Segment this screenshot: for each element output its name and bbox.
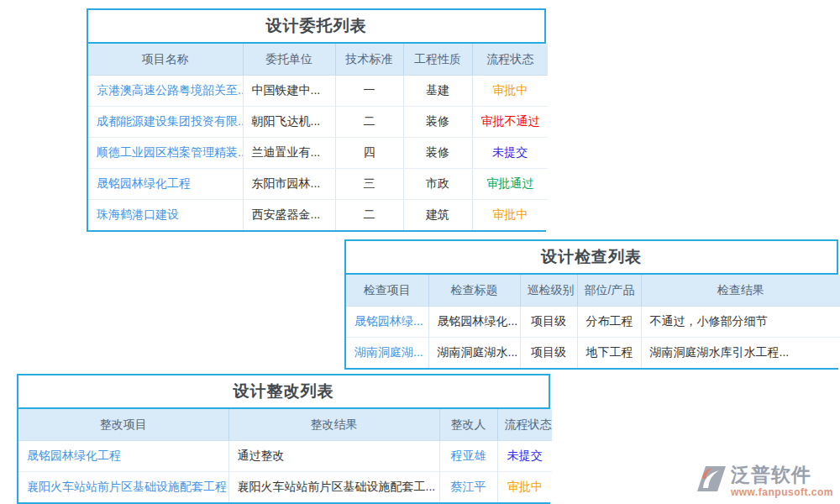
rectification-col-result: 整改结果 (228, 409, 439, 441)
rectification-table: 整改项目 整改结果 整改人 流程状态 晟铭园林绿化工程 通过整改 程亚雄 未提交… (18, 409, 552, 502)
commission-col-project: 项目名称 (88, 44, 243, 76)
level-cell: 项目级 (520, 307, 577, 338)
inspection-col-title: 检查标题 (428, 275, 520, 307)
nature-cell: 装修 (403, 107, 472, 138)
unit-cell: 兰迪置业有... (243, 138, 335, 169)
unit-cell: 西安盛器金... (243, 200, 335, 231)
table-row[interactable]: 湖南洞庭湖... 湖南洞庭湖水... 项目级 地下工程 湖南洞庭湖水库引水工程.… (346, 338, 840, 369)
nature-cell: 基建 (403, 76, 472, 107)
inspection-col-part: 部位/产品 (577, 275, 641, 307)
status-badge: 审批中 (507, 480, 543, 493)
table-row[interactable]: 顺德工业园区档案管理精装... 兰迪置业有... 四 装修 未提交 (88, 138, 548, 169)
unit-cell: 东阳市园林... (243, 169, 335, 200)
result-cell: 不通过，小修部分细节 (641, 307, 840, 338)
status-badge: 审批中 (492, 207, 528, 221)
level-cell: 项目级 (520, 338, 577, 369)
fanpu-logo-icon (696, 465, 727, 493)
person-link[interactable]: 程亚雄 (451, 449, 486, 462)
standard-cell: 二 (335, 107, 403, 138)
table-row[interactable]: 京港澳高速公路粤境韶关至... 中国铁建中... 一 基建 审批中 (88, 76, 548, 107)
unit-cell: 中国铁建中... (243, 76, 335, 107)
part-cell: 地下工程 (577, 338, 641, 369)
rectification-col-status: 流程状态 (497, 409, 552, 441)
project-link[interactable]: 京港澳高速公路粤境韶关至... (97, 83, 243, 97)
unit-cell: 朝阳飞达机... (243, 107, 335, 138)
commission-col-standard: 技术标准 (335, 44, 403, 76)
standard-cell: 四 (335, 138, 403, 169)
design-rectification-panel: 设计整改列表 整改项目 整改结果 整改人 流程状态 晟铭园林绿化工程 通过整改 … (17, 374, 550, 504)
result-cell: 通过整改 (228, 441, 439, 472)
result-cell: 湖南洞庭湖水库引水工程... (641, 338, 840, 369)
commission-col-unit: 委托单位 (243, 44, 335, 76)
project-link[interactable]: 晟铭园林绿... (354, 314, 423, 328)
check-title-cell: 湖南洞庭湖水... (428, 338, 520, 369)
rectification-col-person: 整改人 (439, 409, 497, 441)
commission-col-status: 流程状态 (472, 44, 548, 76)
table-row[interactable]: 晟铭园林绿化工程 通过整改 程亚雄 未提交 (18, 441, 552, 472)
nature-cell: 装修 (403, 138, 472, 169)
watermark-text: 泛普软件 www.fanpusoft.com (731, 465, 833, 497)
inspection-panel-title: 设计检查列表 (346, 241, 837, 275)
watermark-url: www.fanpusoft.com (731, 487, 833, 497)
status-badge: 审批中 (492, 83, 528, 97)
table-row[interactable]: 晟铭园林绿... 晟铭园林绿化... 项目级 分布工程 不通过，小修部分细节 (346, 307, 840, 338)
fanpu-watermark: 泛普软件 www.fanpusoft.com (696, 465, 833, 497)
project-link[interactable]: 珠海鹤港口建设 (97, 207, 179, 221)
inspection-col-level: 巡检级别 (520, 275, 577, 307)
project-link[interactable]: 湖南洞庭湖... (354, 345, 423, 359)
rectification-header-row: 整改项目 整改结果 整改人 流程状态 (18, 409, 552, 441)
result-cell: 襄阳火车站站前片区基础设施配套工... (228, 472, 439, 503)
status-badge: 审批不通过 (481, 114, 540, 128)
status-badge: 审批通过 (486, 176, 533, 190)
commission-header-row: 项目名称 委托单位 技术标准 工程性质 流程状态 (88, 44, 548, 76)
table-row[interactable]: 襄阳火车站站前片区基础设施配套工程 襄阳火车站站前片区基础设施配套工... 蔡江… (18, 472, 552, 503)
watermark-brand: 泛普软件 (731, 465, 811, 485)
part-cell: 分布工程 (577, 307, 641, 338)
commission-col-nature: 工程性质 (403, 44, 472, 76)
inspection-header-row: 检查项目 检查标题 巡检级别 部位/产品 检查结果 (346, 275, 840, 307)
rectification-col-project: 整改项目 (18, 409, 228, 441)
status-badge: 未提交 (507, 449, 543, 462)
commission-panel-title: 设计委托列表 (88, 10, 544, 44)
design-inspection-panel: 设计检查列表 检查项目 检查标题 巡检级别 部位/产品 检查结果 晟铭园林绿..… (344, 239, 838, 370)
table-row[interactable]: 成都能源建设集团投资有限... 朝阳飞达机... 二 装修 审批不通过 (88, 107, 548, 138)
nature-cell: 市政 (403, 169, 472, 200)
project-link[interactable]: 襄阳火车站站前片区基础设施配套工程 (27, 480, 227, 493)
project-link[interactable]: 晟铭园林绿化工程 (27, 449, 121, 462)
standard-cell: 三 (335, 169, 403, 200)
status-badge: 未提交 (492, 145, 528, 159)
commission-table: 项目名称 委托单位 技术标准 工程性质 流程状态 京港澳高速公路粤境韶关至...… (88, 44, 548, 230)
inspection-table: 检查项目 检查标题 巡检级别 部位/产品 检查结果 晟铭园林绿... 晟铭园林绿… (346, 275, 840, 368)
inspection-col-project: 检查项目 (346, 275, 428, 307)
project-link[interactable]: 顺德工业园区档案管理精装... (97, 145, 243, 159)
nature-cell: 建筑 (403, 200, 472, 231)
project-link[interactable]: 成都能源建设集团投资有限... (97, 114, 243, 128)
person-link[interactable]: 蔡江平 (451, 480, 486, 493)
project-link[interactable]: 晟铭园林绿化工程 (97, 176, 191, 190)
rectification-panel-title: 设计整改列表 (18, 375, 549, 409)
table-row[interactable]: 晟铭园林绿化工程 东阳市园林... 三 市政 审批通过 (88, 169, 548, 200)
inspection-col-result: 检查结果 (641, 275, 840, 307)
standard-cell: 一 (335, 76, 403, 107)
table-row[interactable]: 珠海鹤港口建设 西安盛器金... 二 建筑 审批中 (88, 200, 548, 231)
standard-cell: 二 (335, 200, 403, 231)
design-commission-panel: 设计委托列表 项目名称 委托单位 技术标准 工程性质 流程状态 京港澳高速公路粤… (87, 8, 546, 232)
check-title-cell: 晟铭园林绿化... (428, 307, 520, 338)
